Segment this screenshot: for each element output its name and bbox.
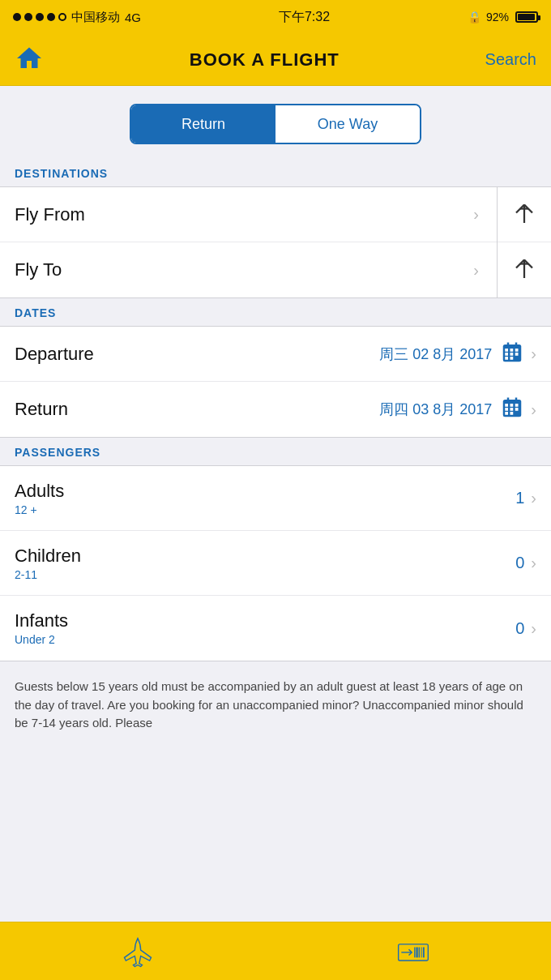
destinations-group: Fly From › Fly To ›	[0, 186, 551, 298]
svg-rect-13	[510, 353, 514, 356]
toggle-group: Return One Way	[130, 104, 421, 144]
fly-from-location-button[interactable]	[498, 187, 551, 242]
fly-to-chevron: ›	[473, 261, 479, 280]
adults-chevron: ›	[531, 489, 536, 507]
children-sublabel: 2-11	[15, 568, 515, 581]
trip-type-toggle: Return One Way	[0, 86, 551, 159]
battery-icon	[515, 11, 538, 23]
return-tab[interactable]: Return	[131, 105, 276, 143]
children-label: Children	[15, 546, 515, 567]
svg-rect-20	[506, 404, 509, 407]
svg-rect-12	[506, 353, 509, 356]
fly-from-chevron: ›	[473, 205, 479, 224]
svg-rect-21	[510, 404, 514, 407]
search-button[interactable]: Search	[485, 50, 536, 69]
fly-to-row[interactable]: Fly To ›	[0, 242, 551, 297]
passengers-header: PASSENGERS	[0, 438, 551, 465]
infants-sublabel: Under 2	[15, 633, 515, 646]
svg-rect-25	[515, 408, 519, 411]
home-icon[interactable]	[15, 44, 44, 76]
svg-rect-22	[515, 404, 519, 407]
departure-calendar-icon	[500, 340, 524, 368]
fly-to-label: Fly To	[15, 259, 473, 280]
return-label: Return	[15, 399, 379, 420]
svg-rect-24	[510, 408, 514, 411]
main-content: Return One Way DESTINATIONS Fly From ›	[0, 86, 551, 814]
fly-to-location-button[interactable]	[498, 242, 551, 297]
fly-from-label: Fly From	[15, 204, 473, 225]
departure-row[interactable]: Departure 周三 02 8月 2017 ›	[0, 327, 551, 382]
network-label: 4G	[125, 11, 141, 24]
departure-value: 周三 02 8月 2017	[379, 344, 492, 364]
airplane-icon	[120, 934, 156, 969]
svg-rect-15	[506, 357, 509, 360]
return-chevron: ›	[531, 400, 536, 419]
boarding-pass-icon	[395, 934, 431, 969]
svg-rect-9	[506, 349, 509, 352]
tab-bar	[0, 922, 551, 980]
passengers-group: Adults 12 + 1 › Children 2-11 0 › Infant…	[0, 465, 551, 661]
departure-label: Departure	[15, 344, 379, 365]
dates-header: DATES	[0, 298, 551, 326]
adults-label: Adults	[15, 481, 515, 502]
svg-rect-10	[510, 349, 514, 352]
one-way-tab[interactable]: One Way	[276, 105, 420, 143]
flights-tab[interactable]	[0, 922, 276, 980]
status-left: 中国移动 4G	[13, 10, 141, 25]
return-row[interactable]: Return 周四 03 8月 2017 ›	[0, 382, 551, 437]
children-chevron: ›	[531, 554, 536, 572]
header: BOOK A FLIGHT Search	[0, 34, 551, 86]
return-value: 周四 03 8月 2017	[379, 400, 492, 419]
destinations-header: DESTINATIONS	[0, 159, 551, 186]
adults-row[interactable]: Adults 12 + 1 ›	[0, 466, 551, 531]
adults-sublabel: 12 +	[15, 503, 515, 516]
svg-rect-23	[506, 408, 509, 411]
children-value: 0	[515, 554, 524, 572]
infants-chevron: ›	[531, 619, 536, 638]
children-row[interactable]: Children 2-11 0 ›	[0, 531, 551, 596]
infants-value: 0	[515, 619, 524, 638]
time-label: 下午7:32	[279, 9, 330, 26]
svg-rect-16	[510, 357, 514, 360]
fly-from-row[interactable]: Fly From ›	[0, 187, 551, 242]
adults-value: 1	[515, 489, 524, 507]
carrier-label: 中国移动	[71, 10, 120, 25]
svg-rect-11	[515, 349, 519, 352]
dates-group: Departure 周三 02 8月 2017 ›	[0, 326, 551, 438]
boarding-pass-tab[interactable]	[276, 922, 551, 980]
page-title: BOOK A FLIGHT	[190, 49, 340, 71]
svg-rect-27	[510, 412, 514, 415]
signal-dots	[13, 13, 66, 21]
status-right: 🔒 92%	[468, 11, 538, 24]
svg-rect-14	[515, 353, 519, 356]
infants-label: Infants	[15, 610, 515, 631]
return-calendar-icon	[500, 396, 524, 423]
status-bar: 中国移动 4G 下午7:32 🔒 92%	[0, 0, 551, 34]
infants-row[interactable]: Infants Under 2 0 ›	[0, 596, 551, 661]
info-text: Guests below 15 years old must be accomp…	[0, 661, 551, 741]
battery-label: 92%	[486, 11, 509, 24]
svg-rect-26	[506, 412, 509, 415]
lock-icon: 🔒	[468, 11, 481, 24]
departure-chevron: ›	[531, 344, 536, 363]
